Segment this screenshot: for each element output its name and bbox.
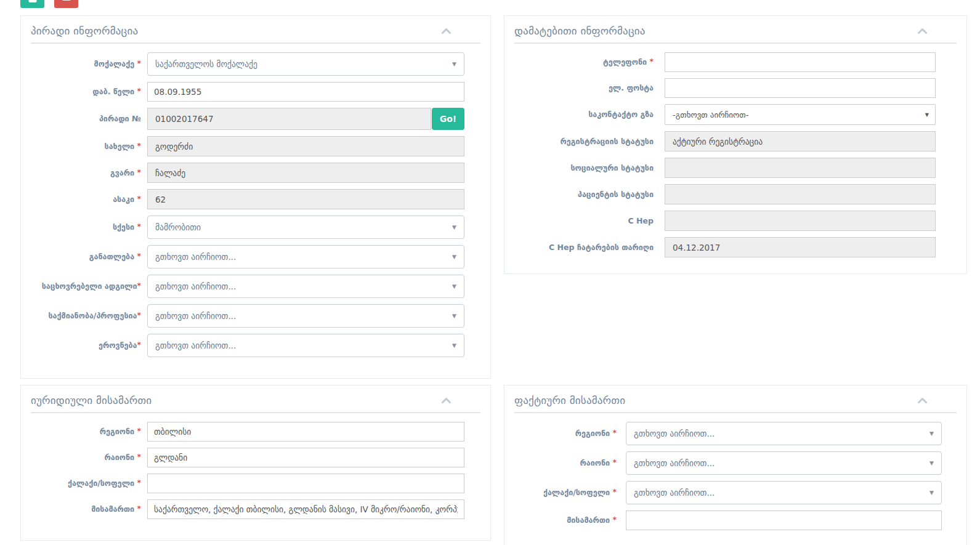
form-row: ეროვნება* გთხოვთ აირჩიოთ... ▼ (21, 334, 490, 357)
field-label: რაიონი * (514, 458, 626, 468)
field-label: ეროვნება* (31, 341, 147, 350)
field-label: ქალაქი/სოფელი * (31, 478, 147, 488)
field-label: C Hep ჩატარების თარიღი (514, 243, 665, 252)
legal-city-village-input[interactable] (147, 474, 464, 493)
divider (514, 412, 957, 413)
select-value: გთხოვთ აირჩიოთ... (155, 341, 236, 350)
panel-additional-info: დამატებითი ინფორმაცია ტელეფონი * ელ. ფოს… (504, 15, 967, 274)
collapse-chevron-up-icon[interactable] (442, 28, 451, 34)
form-row: მისამართი * (504, 511, 966, 530)
field-label: საკონტაქტო გზა (514, 110, 665, 119)
select-value: გთხოვთ აირჩიოთ... (155, 252, 236, 262)
select-value: გთხოვთ აირჩიოთ... (634, 488, 715, 498)
field-label: რეგისტრაციის სტატუსი (514, 137, 665, 147)
chevron-down-icon: ▼ (452, 61, 456, 67)
actual-district-select[interactable]: გთხოვთ აირჩიოთ... ▼ (626, 451, 942, 475)
select-value: გთხოვთ აირჩიოთ... (155, 311, 236, 321)
form-row: რეგისტრაციის სტატუსი (504, 131, 966, 151)
field-label: პირადი № (31, 114, 147, 124)
citizen-select[interactable]: საქართველოს მოქალაქე ▼ (147, 52, 464, 76)
form-row: რაიონი * გთხოვთ აირჩიოთ... ▼ (504, 451, 966, 475)
form-row: მისამართი * (21, 499, 490, 519)
chevron-down-icon: ▼ (929, 460, 934, 466)
form-row: პაციენტის სტატუსი (504, 184, 966, 204)
field-label: რეგიონი * (31, 427, 147, 437)
panel-legal-address: იურიდიული მისამართი რეგიონი * რაიონი * ქ… (20, 385, 491, 541)
legal-address-input[interactable] (147, 499, 464, 519)
field-label: პაციენტის სტატუსი (514, 190, 665, 200)
phone-input[interactable] (665, 52, 936, 72)
save-icon (28, 0, 36, 2)
go-button[interactable]: Go! (432, 108, 464, 130)
birth-date-input[interactable] (147, 82, 464, 102)
divider (514, 42, 957, 44)
residence-place-select[interactable]: გთხოვთ აირჩიოთ... ▼ (147, 275, 464, 298)
actual-address-input[interactable] (626, 511, 942, 530)
registration-status-input (665, 131, 936, 151)
page: პირადი ინფორმაცია მოქალაქე * საქართველოს… (0, 0, 980, 545)
chevron-down-icon: ▼ (452, 224, 456, 230)
form-row: C Hep (504, 211, 966, 231)
form-row: C Hep ჩატარების თარიღი (504, 237, 966, 257)
field-label: ასაკი * (31, 195, 147, 204)
select-value: საქართველოს მოქალაქე (155, 59, 257, 69)
form-row: პირადი № Go! (21, 108, 490, 130)
save-button[interactable] (20, 0, 44, 8)
legal-district-input[interactable] (147, 448, 464, 467)
field-label: ელ. ფოსტა (514, 83, 665, 93)
chevron-down-icon: ▼ (452, 342, 456, 349)
field-label: ტელეფონი * (514, 57, 665, 67)
nationality-select[interactable]: გთხოვთ აირჩიოთ... ▼ (147, 334, 464, 357)
social-status-input (665, 158, 936, 178)
patient-status-input (665, 184, 936, 204)
select-value: -გთხოვთ აირჩიოთ- (673, 110, 748, 119)
select-value: გთხოვთ აირჩიოთ... (155, 281, 236, 291)
gender-select[interactable]: მამრობითი ▼ (147, 216, 464, 239)
field-label: სქესი * (31, 222, 147, 232)
actual-region-select[interactable]: გთხოვთ აირჩიოთ... ▼ (626, 422, 942, 445)
form-row: სოციალური სტატუსი (504, 158, 966, 178)
collapse-chevron-up-icon[interactable] (918, 28, 927, 34)
field-label: საცხოვრებელი ადგილი* (31, 281, 147, 291)
chevron-down-icon: ▼ (452, 313, 456, 319)
last-name-input (147, 163, 464, 183)
field-label: საქმიანობა/პროფესია* (31, 311, 147, 321)
field-label: გვარი * (31, 168, 147, 178)
form-row: საკონტაქტო გზა -გთხოვთ აირჩიოთ- ▼ (504, 104, 966, 125)
actual-city-village-select[interactable]: გთხოვთ აირჩიოთ... ▼ (626, 481, 942, 504)
collapse-chevron-up-icon[interactable] (442, 398, 451, 403)
field-label: რეგიონი * (514, 429, 626, 438)
field-label: დაბ. წელი * (31, 87, 147, 97)
chevron-down-icon: ▼ (929, 490, 934, 496)
panel-actual-address: ფაქტიური მისამართი რეგიონი * გთხოვთ აირჩ… (504, 385, 967, 545)
collapse-chevron-up-icon[interactable] (918, 398, 927, 403)
chevron-down-icon: ▼ (452, 283, 456, 289)
delete-button[interactable] (54, 0, 78, 8)
divider (31, 42, 480, 44)
field-label: რაიონი * (31, 453, 147, 462)
c-hep-date-input (665, 237, 936, 257)
form-row: განათლება * გთხოვთ აირჩიოთ... ▼ (21, 245, 490, 268)
form-row: დაბ. წელი * (21, 82, 490, 102)
contact-way-select[interactable]: -გთხოვთ აირჩიოთ- ▼ (665, 104, 936, 125)
legal-region-input[interactable] (147, 422, 464, 442)
panel-title: პირადი ინფორმაცია (31, 25, 138, 37)
form-row: მოქალაქე * საქართველოს მოქალაქე ▼ (21, 52, 490, 76)
occupation-select[interactable]: გთხოვთ აირჩიოთ... ▼ (147, 304, 464, 328)
age-input (147, 189, 464, 209)
education-select[interactable]: გთხოვთ აირჩიოთ... ▼ (147, 245, 464, 268)
form-row: სახელი * (21, 136, 490, 156)
form-row: ქალაქი/სოფელი * გთხოვთ აირჩიოთ... ▼ (504, 481, 966, 504)
panel-title: ფაქტიური მისამართი (514, 394, 625, 406)
chevron-down-icon: ▼ (452, 254, 456, 260)
select-value: მამრობითი (155, 222, 201, 232)
chevron-down-icon: ▼ (929, 430, 934, 437)
field-label: სახელი * (31, 142, 147, 151)
email-input[interactable] (665, 78, 936, 98)
form-row: რეგიონი * (21, 422, 490, 442)
form-row: რეგიონი * გთხოვთ აირჩიოთ... ▼ (504, 422, 966, 445)
field-label: C Hep (514, 216, 665, 226)
form-row: გვარი * (21, 163, 490, 183)
form-row: ელ. ფოსტა (504, 78, 966, 98)
form-row: საცხოვრებელი ადგილი* გთხოვთ აირჩიოთ... ▼ (21, 275, 490, 298)
